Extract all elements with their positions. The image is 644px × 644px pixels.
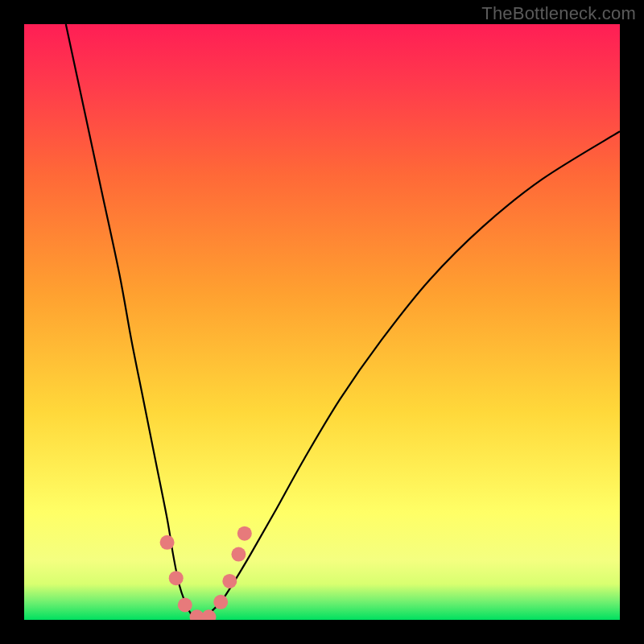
chart-svg: [24, 24, 620, 620]
highlight-dot: [222, 574, 237, 588]
highlight-dot: [169, 571, 184, 585]
highlight-dot: [213, 595, 228, 609]
highlight-dot: [160, 535, 175, 550]
watermark-text: TheBottleneck.com: [481, 3, 636, 24]
highlight-dot: [237, 526, 252, 541]
highlight-dot: [231, 547, 246, 562]
chart-background: [24, 24, 620, 620]
plot-area: [24, 24, 620, 620]
highlight-dot: [178, 598, 192, 613]
chart-frame: TheBottleneck.com: [0, 0, 644, 644]
